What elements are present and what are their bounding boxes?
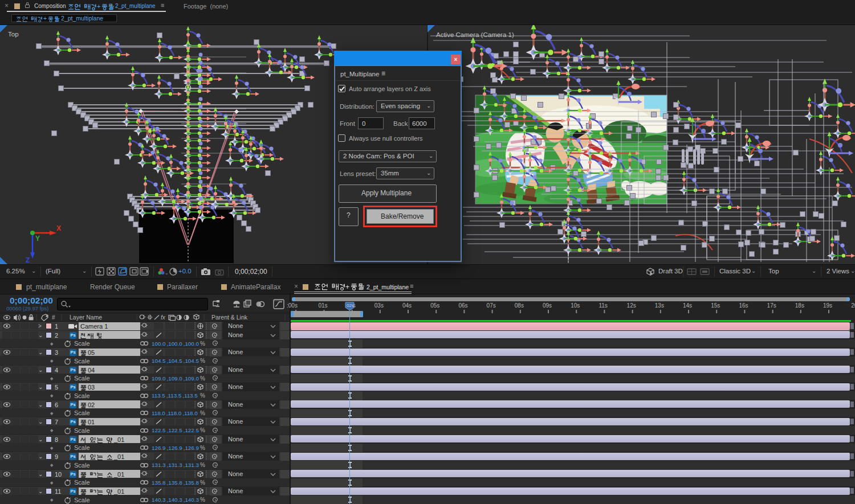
svg-text:09s: 09s [543,302,552,309]
svg-text:03s: 03s [374,302,384,309]
svg-text:None: None [228,487,243,494]
svg-text:None: None [228,322,243,329]
svg-text:12s: 12s [627,302,636,309]
svg-text:None: None [228,383,243,390]
svg-text:fx: fx [161,314,166,321]
svg-text:X: X [56,224,61,232]
svg-text:20s: 20s [851,302,855,309]
svg-text:07s: 07s [487,302,496,309]
svg-text:10s: 10s [571,302,580,309]
svg-text::00s: :00s [287,302,298,309]
svg-text:01s: 01s [318,302,327,309]
svg-text:15s: 15s [711,302,720,309]
svg-text:None: None [228,331,243,338]
svg-text:None: None [228,366,243,373]
svg-text:13s: 13s [655,302,664,309]
svg-text:None: None [228,349,243,355]
svg-text:14s: 14s [683,302,692,309]
svg-text:#: # [52,314,55,321]
svg-text:18s: 18s [795,302,804,309]
svg-text:None: None [228,470,243,477]
svg-text:None: None [228,436,243,442]
svg-text:08s: 08s [515,302,524,309]
svg-text:Active Camera (Camera 1): Active Camera (Camera 1) [436,31,514,38]
svg-text:16s: 16s [739,302,748,309]
svg-text:Z: Z [26,256,30,264]
svg-text:None: None [228,418,243,425]
svg-text:⌄: ⌄ [165,271,169,276]
svg-text:Top: Top [8,31,19,38]
svg-text:04s: 04s [402,302,412,309]
svg-text:Layer Name: Layer Name [70,314,102,321]
svg-text:Y: Y [35,235,40,243]
svg-text:11s: 11s [598,302,607,309]
svg-text:None: None [228,401,243,408]
svg-text:19s: 19s [823,302,832,309]
svg-text:None: None [228,453,243,460]
svg-text:02s: 02s [347,303,354,308]
svg-text:05s: 05s [430,302,439,309]
svg-text:17s: 17s [767,302,776,309]
svg-text:06s: 06s [458,302,467,309]
svg-text:Parent & Link: Parent & Link [211,314,248,321]
